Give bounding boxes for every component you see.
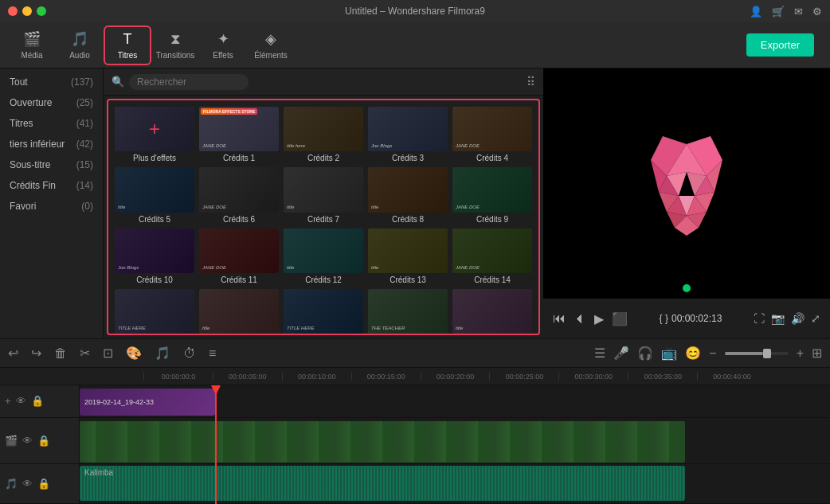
thumb-text-7: title (287, 205, 294, 209)
help-icon[interactable]: ✉ (794, 6, 803, 18)
playhead[interactable] (215, 385, 217, 504)
fit-icon[interactable]: ⊞ (812, 346, 822, 361)
music-icon[interactable]: 🎵 (5, 478, 18, 490)
skip-back-button[interactable]: ⏮ (553, 311, 566, 326)
delete-icon[interactable]: 🗑 (54, 346, 67, 361)
grid-item-credits-4[interactable]: JANE DOE Crédits 4 (452, 107, 532, 162)
grid-item-credits-5[interactable]: title Crédits 5 (115, 167, 194, 223)
sidebar-label-tout: Tout (10, 76, 28, 88)
grid-item-credits-3[interactable]: Joe Blogs Crédits 3 (368, 107, 448, 162)
title-clip[interactable]: 2019-02-14_19-42-33 (80, 389, 215, 416)
zoom-in-icon[interactable]: + (797, 346, 804, 361)
grid-item-credits-18[interactable]: THE TEACHER Crédits (368, 289, 448, 335)
thumb-text-19: title (456, 326, 463, 330)
export-button[interactable]: Exporter (746, 33, 814, 57)
preview-tool-icons: ⛶ 📷 🔊 ⤢ (754, 312, 820, 325)
search-icon: 🔍 (112, 76, 124, 88)
sidebar-count-favori: (0) (81, 201, 93, 212)
time-brackets: { } (660, 313, 668, 324)
sidebar-item-tiers[interactable]: tiers inférieur (42) (0, 134, 103, 154)
grid-item-credits-1[interactable]: FILMORA EFFECTS STORE JANE DOE Crédits 1 (199, 107, 279, 162)
zoom-out-icon[interactable]: − (709, 346, 716, 361)
search-input[interactable] (129, 74, 249, 90)
grid-label-credits-12: Crédits 12 (305, 275, 342, 284)
grid-item-credits-16[interactable]: title Crédits (199, 289, 279, 335)
toolbar-item-transitions[interactable]: ⧗ Transitions (151, 25, 199, 65)
grid-item-credits-11[interactable]: JANE DOE Crédits 11 (199, 229, 279, 284)
crop-icon[interactable]: ⊡ (103, 346, 113, 361)
grid-item-credits-6[interactable]: JANE DOE Crédits 6 (199, 167, 279, 223)
split-icon[interactable]: ≡ (209, 346, 216, 361)
grid-item-credits-8[interactable]: title Crédits 8 (368, 167, 448, 223)
snapshot-icon[interactable]: 📷 (771, 312, 785, 325)
sidebar-item-favori[interactable]: Favori (0) (0, 196, 103, 217)
video-icon[interactable]: 🎬 (5, 435, 18, 447)
sidebar-label-titres: Titres (10, 118, 33, 129)
step-back-button[interactable]: ⏴ (574, 311, 586, 326)
expand-icon[interactable]: ⤢ (811, 312, 820, 325)
effets-icon: ✦ (217, 30, 229, 48)
cut-icon[interactable]: ✂ (80, 346, 90, 361)
toolbar-item-titres[interactable]: T Titres (104, 25, 151, 65)
thumb-text-9: JANE DOE (456, 205, 480, 209)
toolbar-item-media[interactable]: 🎬 Média (8, 25, 56, 65)
track-ctrl-video: 🎬 👁 🔒 (0, 418, 79, 464)
eye-icon-title[interactable]: 👁 (16, 395, 26, 407)
sidebar-item-tout[interactable]: Tout (137) (0, 72, 103, 92)
sidebar-item-titres[interactable]: Titres (41) (0, 113, 103, 134)
audio-clip[interactable]: Kalimba (80, 466, 685, 501)
toolbar-label-effets: Effets (213, 51, 233, 60)
stop-button[interactable]: ⬛ (612, 311, 628, 326)
grid-label-credits-14: Crédits 14 (474, 275, 511, 284)
add-track-icon[interactable]: + (5, 395, 11, 407)
zoom-slider-thumb[interactable] (763, 349, 771, 358)
sidebar-item-credits-fin[interactable]: Crédits Fin (14) (0, 175, 103, 196)
audio-edit-icon[interactable]: 🎵 (155, 346, 170, 361)
volume-icon[interactable]: 🔊 (791, 312, 805, 325)
grid-item-credits-13[interactable]: title Crédits 13 (368, 229, 448, 284)
color-icon[interactable]: 🎨 (126, 346, 142, 361)
speed-icon[interactable]: ⏱ (183, 346, 196, 361)
maximize-button[interactable] (37, 6, 46, 16)
grid-item-credits-14[interactable]: JANE DOE Crédits 14 (452, 229, 532, 284)
ruler-marks: 00:00:00:0 00:00:05:00 00:00:10:00 00:00… (143, 373, 766, 381)
redo-icon[interactable]: ↪ (31, 346, 41, 361)
video-clip[interactable] (80, 421, 685, 463)
titres-icon: T (123, 31, 132, 48)
grid-item-plus-effets[interactable]: + Plus d'effets (115, 107, 194, 162)
mic-icon[interactable]: 🎤 (613, 346, 629, 361)
lock-icon-title[interactable]: 🔒 (31, 395, 44, 407)
grid-item-credits-12[interactable]: title Crédits 12 (284, 229, 363, 284)
fullscreen-icon[interactable]: ⛶ (754, 312, 765, 325)
minimize-button[interactable] (22, 6, 32, 16)
grid-item-credits-9[interactable]: JANE DOE Crédits 9 (452, 167, 532, 223)
toolbar-item-audio[interactable]: 🎵 Audio (56, 25, 104, 65)
play-button[interactable]: ▶ (594, 311, 604, 326)
toolbar-item-effets[interactable]: ✦ Effets (199, 25, 247, 65)
headphone-icon[interactable]: 🎧 (637, 346, 653, 361)
eye-icon-audio[interactable]: 👁 (22, 478, 33, 490)
lock-icon-audio[interactable]: 🔒 (37, 478, 50, 490)
shop-icon[interactable]: 🛒 (772, 6, 785, 18)
grid-view-icon[interactable]: ⠿ (527, 75, 535, 89)
grid-item-credits-17[interactable]: TITLE HERE Crédits (284, 289, 363, 335)
track-icon[interactable]: ☰ (594, 346, 605, 361)
grid-item-credits-2[interactable]: title here Crédits 2 (284, 107, 363, 162)
toolbar-item-elements[interactable]: ◈ Éléments (247, 25, 295, 65)
sidebar-item-ouverture[interactable]: Ouverture (25) (0, 92, 103, 113)
grid-item-credits-15[interactable]: TITLE HERE Crédits (115, 289, 194, 335)
track-title: 2019-02-14_19-42-33 (80, 385, 830, 418)
grid-item-credits-10[interactable]: Joe Blogs Crédits 10 (115, 229, 194, 284)
undo-icon[interactable]: ↩ (8, 346, 18, 361)
emoji-icon[interactable]: 😊 (685, 346, 701, 361)
eye-icon-video[interactable]: 👁 (22, 435, 33, 447)
grid-item-credits-19[interactable]: title Crédits (452, 289, 532, 335)
screenshot-icon[interactable]: 📺 (661, 346, 677, 361)
user-icon[interactable]: 👤 (750, 6, 762, 18)
close-button[interactable] (8, 6, 18, 16)
sidebar-item-sous-titre[interactable]: Sous-titre (15) (0, 154, 103, 175)
grid-item-credits-7[interactable]: title Crédits 7 (284, 167, 363, 223)
settings-icon[interactable]: ⚙ (812, 6, 822, 18)
lock-icon-video[interactable]: 🔒 (37, 435, 50, 447)
preview-heart (627, 128, 746, 240)
